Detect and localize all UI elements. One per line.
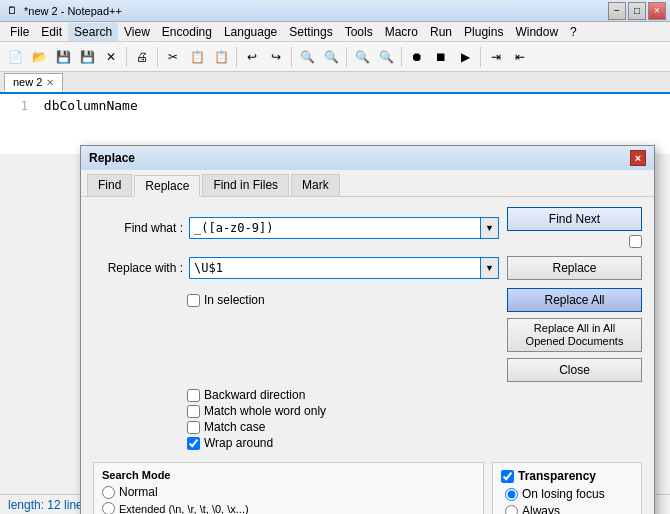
in-selection-wrap: In selection [187, 293, 265, 307]
wrap-around-wrap: Wrap around [187, 436, 642, 450]
replace-all-button[interactable]: Replace All [507, 288, 642, 312]
replace-with-label: Replace with : [93, 261, 183, 275]
dialog-tab-replace[interactable]: Replace [134, 175, 200, 197]
menu-search[interactable]: Search [68, 23, 118, 41]
copy-button[interactable]: 📋 [186, 46, 208, 68]
menu-language[interactable]: Language [218, 23, 283, 41]
find-what-label: Find what : [93, 221, 183, 235]
on-losing-focus-row: On losing focus [505, 487, 633, 501]
menu-macro[interactable]: Macro [379, 23, 424, 41]
menu-run[interactable]: Run [424, 23, 458, 41]
save-all-button[interactable]: 💾 [76, 46, 98, 68]
menu-edit[interactable]: Edit [35, 23, 68, 41]
whole-word-row: Match whole word only [187, 404, 642, 418]
unindent-button[interactable]: ⇤ [509, 46, 531, 68]
extended-radio[interactable] [102, 502, 115, 514]
replace-all-opened-button[interactable]: Replace All in All Opened Documents [507, 318, 642, 352]
tab-new2[interactable]: new 2 ✕ [4, 73, 63, 92]
menu-file[interactable]: File [4, 23, 35, 41]
macro-record-button[interactable]: ⏺ [406, 46, 428, 68]
normal-radio-wrap: Normal [102, 485, 475, 499]
dialog-tab-mark[interactable]: Mark [291, 174, 340, 196]
search-mode-title: Search Mode [102, 469, 475, 481]
dialog-tab-find-in-files[interactable]: Find in Files [202, 174, 289, 196]
maximize-button[interactable]: □ [628, 2, 646, 20]
new-button[interactable]: 📄 [4, 46, 26, 68]
normal-label: Normal [119, 485, 158, 499]
replace-button[interactable]: 🔍 [320, 46, 342, 68]
transparency-title: Transparency [518, 469, 596, 483]
editor-content-1: dbColumnName [44, 98, 138, 113]
menu-window[interactable]: Window [509, 23, 564, 41]
always-label: Always [522, 504, 560, 514]
always-radio[interactable] [505, 505, 518, 514]
find-next-checkbox[interactable] [629, 235, 642, 248]
close-button[interactable]: Close [507, 358, 642, 382]
transparency-checkbox[interactable] [501, 470, 514, 483]
menu-settings[interactable]: Settings [283, 23, 338, 41]
replace-with-dropdown[interactable]: ▼ [481, 257, 499, 279]
find-what-row: Find what : ▼ Find Next [93, 207, 642, 248]
window-close-button[interactable]: × [648, 2, 666, 20]
backward-direction-row: Backward direction [187, 388, 642, 402]
minimize-button[interactable]: − [608, 2, 626, 20]
always-wrap: Always [505, 504, 633, 514]
replace-with-input[interactable] [189, 257, 481, 279]
dialog-close-button[interactable]: × [630, 150, 646, 166]
tab-close-icon[interactable]: ✕ [46, 77, 54, 88]
macro-stop-button[interactable]: ⏹ [430, 46, 452, 68]
find-next-button[interactable]: Find Next [507, 207, 642, 231]
menu-plugins[interactable]: Plugins [458, 23, 509, 41]
menu-help[interactable]: ? [564, 23, 583, 41]
close-button[interactable]: ✕ [100, 46, 122, 68]
undo-button[interactable]: ↩ [241, 46, 263, 68]
find-what-dropdown[interactable]: ▼ [481, 217, 499, 239]
sep2 [157, 47, 158, 67]
normal-radio[interactable] [102, 486, 115, 499]
indent-button[interactable]: ⇥ [485, 46, 507, 68]
paste-button[interactable]: 📋 [210, 46, 232, 68]
on-losing-focus-radio[interactable] [505, 488, 518, 501]
sep3 [236, 47, 237, 67]
wrap-around-checkbox[interactable] [187, 437, 200, 450]
window-title: *new 2 - Notepad++ [24, 5, 608, 17]
extended-radio-row: Extended (\n, \r, \t, \0, \x...) [102, 502, 475, 514]
search-button[interactable]: 🔍 [296, 46, 318, 68]
match-case-wrap: Match case [187, 420, 642, 434]
menu-encoding[interactable]: Encoding [156, 23, 218, 41]
sep4 [291, 47, 292, 67]
dialog-tab-find[interactable]: Find [87, 174, 132, 196]
zoom-in-button[interactable]: 🔍 [351, 46, 373, 68]
backward-direction-checkbox[interactable] [187, 389, 200, 402]
transparency-header: Transparency [501, 469, 633, 483]
dialog-title: Replace [89, 151, 135, 165]
sep1 [126, 47, 127, 67]
replace-dialog: Replace × Find Replace Find in Files Mar… [80, 145, 655, 514]
replace-button[interactable]: Replace [507, 256, 642, 280]
backward-direction-wrap: Backward direction [187, 388, 642, 402]
menu-tools[interactable]: Tools [339, 23, 379, 41]
print-button[interactable]: 🖨 [131, 46, 153, 68]
tab-bar: new 2 ✕ [0, 72, 670, 94]
sep6 [401, 47, 402, 67]
app-icon: 🗒 [4, 3, 20, 19]
menu-view[interactable]: View [118, 23, 156, 41]
title-bar: 🗒 *new 2 - Notepad++ − □ × [0, 0, 670, 22]
redo-button[interactable]: ↪ [265, 46, 287, 68]
window-controls: − □ × [608, 2, 666, 20]
match-case-checkbox[interactable] [187, 421, 200, 434]
zoom-out-button[interactable]: 🔍 [375, 46, 397, 68]
open-button[interactable]: 📂 [28, 46, 50, 68]
save-button[interactable]: 💾 [52, 46, 74, 68]
bottom-two: Search Mode Normal Extended (\n, \r, \t,… [93, 456, 642, 514]
in-selection-checkbox[interactable] [187, 294, 200, 307]
find-what-input[interactable] [189, 217, 481, 239]
replace-with-row: Replace with : ▼ Replace [93, 256, 642, 280]
line-number-1: 1 [8, 99, 28, 113]
macro-play-button[interactable]: ▶ [454, 46, 476, 68]
wrap-around-row: Wrap around [187, 436, 642, 450]
dialog-body: Find what : ▼ Find Next Replace with : ▼… [81, 197, 654, 514]
cut-button[interactable]: ✂ [162, 46, 184, 68]
match-case-label: Match case [204, 420, 265, 434]
whole-word-checkbox[interactable] [187, 405, 200, 418]
